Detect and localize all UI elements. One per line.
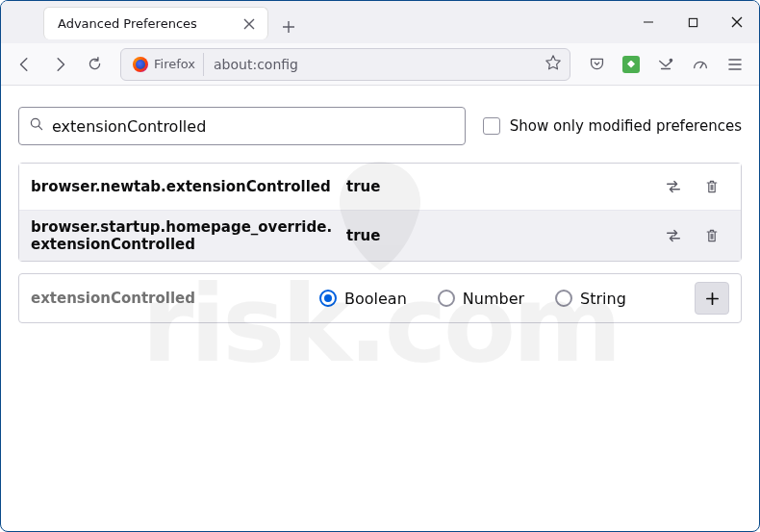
new-tab-button[interactable] [274, 11, 303, 43]
extension-icon[interactable] [615, 49, 647, 80]
toggle-button[interactable] [656, 171, 691, 202]
url-bar[interactable]: Firefox about:config [120, 48, 570, 81]
search-box[interactable] [18, 107, 466, 145]
search-input[interactable] [52, 117, 455, 136]
svg-rect-0 [689, 18, 697, 26]
menu-button[interactable] [719, 49, 751, 80]
identity-label: Firefox [154, 57, 195, 71]
search-icon [29, 116, 44, 136]
pref-value: true [346, 227, 652, 244]
toggle-button[interactable] [656, 220, 691, 251]
search-row: Show only modified preferences [18, 107, 742, 145]
radio-icon [438, 290, 455, 307]
pref-name: browser.startup.homepage_override.extens… [31, 218, 346, 253]
show-modified-label: Show only modified preferences [510, 117, 742, 135]
reload-button[interactable] [78, 49, 111, 80]
radio-string[interactable]: String [555, 290, 626, 308]
close-tab-icon[interactable] [241, 15, 258, 33]
dashboard-icon[interactable] [684, 49, 717, 80]
add-pref-button[interactable] [695, 282, 729, 315]
url-text: about:config [214, 57, 539, 72]
nav-toolbar: Firefox about:config [1, 43, 759, 86]
back-button[interactable] [9, 49, 41, 80]
checkbox-icon[interactable] [483, 117, 500, 135]
delete-button[interactable] [695, 171, 729, 202]
delete-button[interactable] [695, 220, 729, 251]
pref-row[interactable]: browser.newtab.extensionControlled true [19, 164, 741, 210]
radio-label: Number [463, 290, 524, 308]
window-controls [626, 1, 759, 43]
radio-icon [319, 290, 337, 307]
create-pref-row: extensionControlled Boolean Number Strin… [18, 273, 742, 323]
identity-box[interactable]: Firefox [129, 53, 204, 76]
bookmark-star-icon[interactable] [545, 54, 562, 75]
pocket-icon[interactable] [580, 49, 613, 80]
radio-icon [555, 290, 572, 307]
radio-label: String [580, 290, 626, 308]
forward-button[interactable] [43, 49, 76, 80]
prefs-table: browser.newtab.extensionControlled true … [18, 163, 742, 262]
pref-value: true [346, 178, 652, 195]
type-radio-group: Boolean Number String [319, 290, 695, 308]
svg-point-2 [31, 118, 39, 127]
title-bar: Advanced Preferences [1, 1, 759, 43]
radio-number[interactable]: Number [438, 290, 524, 308]
radio-label: Boolean [344, 290, 407, 308]
close-window-button[interactable] [715, 1, 759, 43]
minimize-button[interactable] [626, 1, 671, 43]
maximize-button[interactable] [671, 1, 715, 43]
firefox-logo-icon [133, 57, 148, 72]
tab-title: Advanced Preferences [58, 16, 241, 31]
inbox-icon[interactable] [649, 49, 682, 80]
pref-row[interactable]: browser.startup.homepage_override.extens… [19, 210, 741, 261]
radio-boolean[interactable]: Boolean [319, 290, 407, 308]
pref-name: browser.newtab.extensionControlled [31, 178, 346, 195]
browser-tab[interactable]: Advanced Preferences [43, 7, 268, 39]
about-config-content: Show only modified preferences browser.n… [1, 86, 759, 344]
svg-point-1 [670, 58, 673, 62]
show-modified-only[interactable]: Show only modified preferences [483, 117, 742, 135]
create-pref-name: extensionControlled [31, 290, 319, 307]
